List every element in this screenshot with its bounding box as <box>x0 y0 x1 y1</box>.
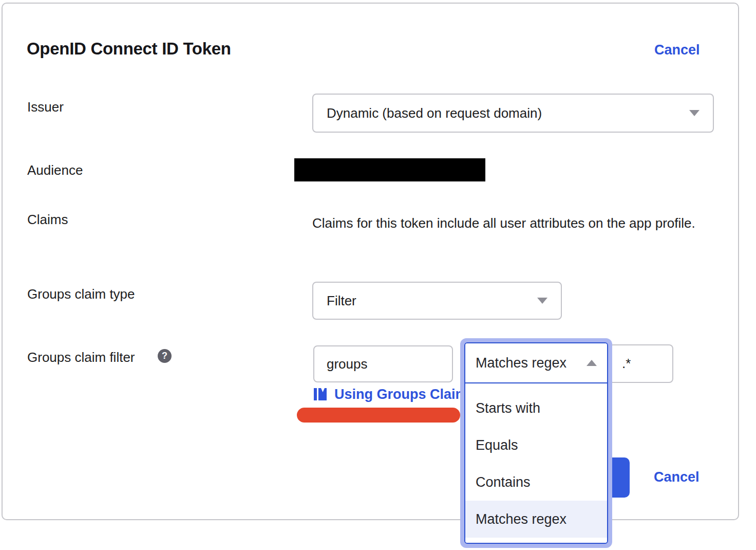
operator-option-matches-regex[interactable]: Matches regex <box>465 501 607 538</box>
claims-description: Claims for this token include all user a… <box>312 211 709 235</box>
operator-option-starts-with[interactable]: Starts with <box>465 390 607 427</box>
chevron-down-icon <box>537 298 547 304</box>
openid-token-panel: OpenID Connect ID Token Cancel Issuer Dy… <box>0 0 756 550</box>
groups-claim-filter-label: Groups claim filter <box>27 350 135 365</box>
groups-claim-type-label: Groups claim type <box>27 286 135 302</box>
claims-label: Claims <box>27 212 68 228</box>
chevron-up-icon <box>587 360 597 366</box>
groups-claim-type-value: Filter <box>327 293 356 309</box>
groups-claim-regex-input[interactable] <box>609 344 673 383</box>
cancel-link-top[interactable]: Cancel <box>654 42 700 58</box>
operator-option-equals[interactable]: Equals <box>465 427 607 464</box>
cancel-link-bottom[interactable]: Cancel <box>654 469 700 485</box>
groups-claim-name-input[interactable] <box>313 345 453 382</box>
operator-dropdown: Matches regex Starts with Equals Contain… <box>460 338 612 548</box>
chevron-down-icon <box>689 110 700 116</box>
book-icon <box>313 387 327 402</box>
operator-option-contains[interactable]: Contains <box>465 464 607 501</box>
using-groups-claim-link-label: Using Groups Claim <box>334 387 468 402</box>
operator-option-list: Starts with Equals Contains Matches rege… <box>465 383 607 544</box>
operator-dropdown-inner: Matches regex Starts with Equals Contain… <box>464 342 608 544</box>
page-title: OpenID Connect ID Token <box>27 39 231 59</box>
audience-redacted-value <box>294 158 485 181</box>
settings-card <box>2 3 739 520</box>
help-icon[interactable]: ? <box>158 349 172 363</box>
operator-select-value: Matches regex <box>476 355 566 371</box>
issuer-select-value: Dynamic (based on request domain) <box>327 105 542 121</box>
issuer-select[interactable]: Dynamic (based on request domain) <box>312 94 714 133</box>
audience-label: Audience <box>27 162 83 178</box>
using-groups-claim-link[interactable]: Using Groups Claim <box>313 387 468 402</box>
issuer-label: Issuer <box>27 99 64 115</box>
operator-select[interactable]: Matches regex <box>465 343 607 383</box>
groups-claim-type-select[interactable]: Filter <box>312 282 562 320</box>
red-highlight-annotation <box>297 408 460 423</box>
